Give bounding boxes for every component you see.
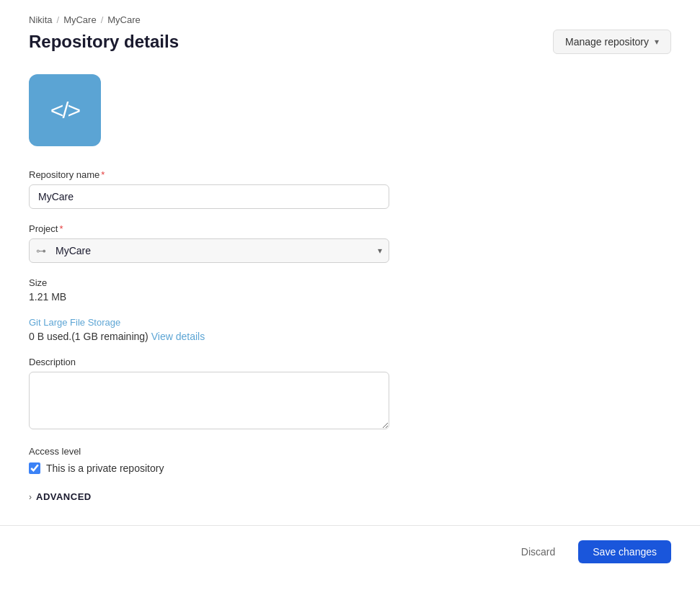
- project-select[interactable]: MyCare: [29, 238, 389, 263]
- breadcrumb: Nikita / MyCare / MyCare: [29, 14, 671, 25]
- page-title: Repository details: [29, 32, 179, 52]
- access-level-label: Access level: [29, 446, 389, 457]
- breadcrumb-sep-1: /: [57, 14, 60, 25]
- discard-button[interactable]: Discard: [507, 540, 570, 563]
- git-lfs-label: Git Large File Storage: [29, 317, 389, 328]
- repo-name-group: Repository name*: [29, 169, 389, 209]
- git-lfs-section: Git Large File Storage 0 B used.(1 GB re…: [29, 317, 389, 342]
- repo-name-label: Repository name*: [29, 169, 389, 180]
- size-label: Size: [29, 277, 389, 288]
- private-repo-row: This is a private repository: [29, 462, 389, 474]
- private-repo-label[interactable]: This is a private repository: [46, 462, 164, 474]
- private-repo-checkbox[interactable]: [29, 462, 40, 474]
- chevron-down-icon: ▾: [655, 37, 659, 47]
- project-label: Project*: [29, 223, 389, 234]
- save-changes-button[interactable]: Save changes: [578, 540, 671, 563]
- description-textarea[interactable]: [29, 372, 389, 429]
- size-value: 1.21 MB: [29, 291, 389, 303]
- breadcrumb-mycare-2[interactable]: MyCare: [107, 14, 141, 25]
- git-lfs-value: 0 B used.(1 GB remaining)View details: [29, 331, 389, 342]
- project-select-wrapper: ⊶ MyCare ▾: [29, 238, 389, 263]
- code-icon: </>: [50, 97, 79, 124]
- git-lfs-view-details-link[interactable]: View details: [151, 331, 205, 342]
- manage-repo-label: Manage repository: [565, 36, 649, 48]
- size-section: Size 1.21 MB: [29, 277, 389, 303]
- form-section: Repository name* Project* ⊶ MyCare ▾ Siz…: [29, 169, 389, 502]
- project-required-star: *: [59, 223, 63, 234]
- project-group: Project* ⊶ MyCare ▾: [29, 223, 389, 263]
- footer-actions: Discard Save changes: [29, 526, 671, 563]
- header-row: Repository details Manage repository ▾: [29, 30, 671, 54]
- description-label: Description: [29, 357, 389, 367]
- breadcrumb-mycare-1[interactable]: MyCare: [63, 14, 97, 25]
- repository-icon: </>: [29, 74, 101, 146]
- breadcrumb-nikita[interactable]: Nikita: [29, 14, 53, 25]
- description-group: Description: [29, 357, 389, 432]
- advanced-label: ADVANCED: [36, 491, 92, 502]
- repo-name-input[interactable]: [29, 184, 389, 209]
- git-lfs-text: 0 B used.(1 GB remaining): [29, 331, 149, 342]
- advanced-section: › ADVANCED: [29, 491, 389, 502]
- advanced-toggle[interactable]: › ADVANCED: [29, 491, 389, 502]
- breadcrumb-sep-2: /: [101, 14, 104, 25]
- manage-repository-button[interactable]: Manage repository ▾: [553, 30, 671, 54]
- advanced-chevron-icon: ›: [29, 492, 32, 502]
- access-level-section: Access level This is a private repositor…: [29, 446, 389, 474]
- repo-name-required-star: *: [101, 169, 105, 180]
